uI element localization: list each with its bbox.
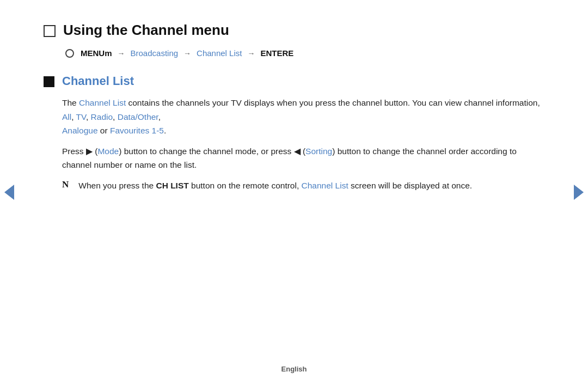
body1-favourites-link: Favourites 1-5	[110, 126, 164, 135]
footer-language: English	[281, 365, 307, 373]
body1-radio-link: Radio	[91, 112, 113, 121]
body1-comma4: ,	[158, 112, 161, 121]
note-channel-list-link: Channel List	[302, 181, 348, 190]
menu-path: MENUm → Broadcasting → Channel List → EN…	[65, 48, 544, 58]
body1-channel-list-link: Channel List	[79, 98, 126, 107]
menu-arrow-2: →	[183, 49, 191, 58]
body1-period: .	[164, 126, 166, 135]
note-block: N When you press the CH LIST button on t…	[62, 179, 544, 193]
body1-analogue-link: Analogue	[62, 126, 98, 135]
nav-arrow-right[interactable]	[574, 185, 584, 200]
checkbox-icon	[44, 25, 56, 37]
body2-mode-link: Mode	[97, 147, 119, 156]
nav-arrow-left[interactable]	[4, 185, 14, 200]
page-title: Using the Channel menu	[63, 22, 229, 39]
menu-arrow-1: →	[118, 49, 125, 58]
body1-comma1: ,	[71, 112, 76, 121]
note-after: screen will be displayed at once.	[348, 181, 472, 190]
menu-step-channel-list: Channel List	[197, 48, 242, 58]
body1-data-link: Data/Other	[118, 112, 158, 121]
black-square-icon	[44, 76, 54, 87]
body1-comma3: ,	[113, 112, 118, 121]
body1-or: or	[98, 126, 110, 135]
footer: English	[0, 365, 588, 373]
body2-sorting-link: Sorting	[305, 147, 332, 156]
menu-enter: ENTERE	[260, 48, 293, 58]
menu-circle-icon	[65, 49, 74, 58]
section-heading: Using the Channel menu	[44, 22, 544, 39]
channel-list-heading: Channel List	[62, 74, 134, 88]
menu-arrow-3: →	[247, 49, 255, 58]
menu-text: MENUm	[81, 48, 112, 58]
note-before: When you press the	[78, 181, 156, 190]
note-mid: button on the remote control,	[189, 181, 302, 190]
body1-tv-link: TV	[76, 112, 86, 121]
note-n-label: N	[62, 179, 69, 190]
body1-all-link: All	[62, 112, 71, 121]
body-paragraph-2: Press ▶ (Mode) button to change the chan…	[62, 144, 544, 172]
channel-list-section: Channel List	[44, 74, 544, 88]
page-container: Using the Channel menu MENUm → Broadcast…	[0, 0, 588, 384]
menu-step-broadcasting: Broadcasting	[131, 48, 179, 58]
body-paragraph-1: The Channel List contains the channels y…	[62, 96, 544, 138]
body1-after: contains the channels your TV displays w…	[126, 98, 540, 107]
body1-before: The	[62, 98, 79, 107]
body1-comma2: ,	[86, 112, 91, 121]
note-ch-list-bold: CH LIST	[156, 181, 188, 190]
note-text: When you press the CH LIST button on the…	[78, 179, 472, 193]
body2-press: Press ▶ (	[62, 147, 97, 156]
body2-mid: ) button to change the channel mode, or …	[119, 147, 305, 156]
